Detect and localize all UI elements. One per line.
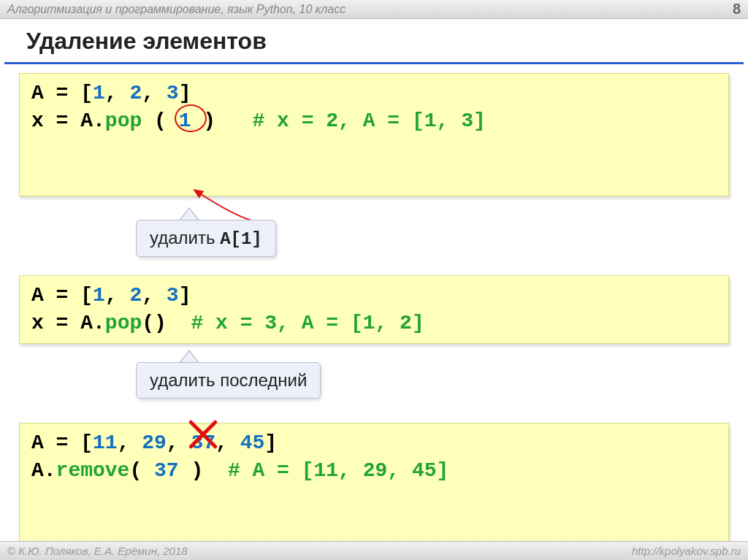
code-block-pop-index: A = [1, 2, 3] x = A.pop ( 1 ) # x = 2, A…	[19, 73, 729, 196]
copyright-label: © К.Ю. Поляков, Е.А. Ерёмин, 2018	[7, 545, 188, 557]
url-label: http://kpolyakov.spb.ru	[632, 545, 741, 557]
callout-delete-last: удалить последний	[136, 362, 321, 399]
page-title: Удаление элементов	[4, 19, 744, 64]
callout-delete-index: удалить A[1]	[136, 220, 276, 257]
header-bar: Алгоритмизация и программирование, язык …	[0, 0, 748, 19]
course-label: Алгоритмизация и программирование, язык …	[7, 3, 346, 16]
page-number: 8	[733, 1, 741, 18]
footer-bar: © К.Ю. Поляков, Е.А. Ерёмин, 2018 http:/…	[0, 541, 748, 560]
code-block-remove: A = [11, 29, 37, 45] A.remove( 37 ) # A …	[19, 423, 729, 546]
content-area: A = [1, 2, 3] x = A.pop ( 1 ) # x = 2, A…	[0, 73, 748, 546]
code-block-pop-last: A = [1, 2, 3] x = A.pop() # x = 3, A = […	[19, 275, 729, 344]
